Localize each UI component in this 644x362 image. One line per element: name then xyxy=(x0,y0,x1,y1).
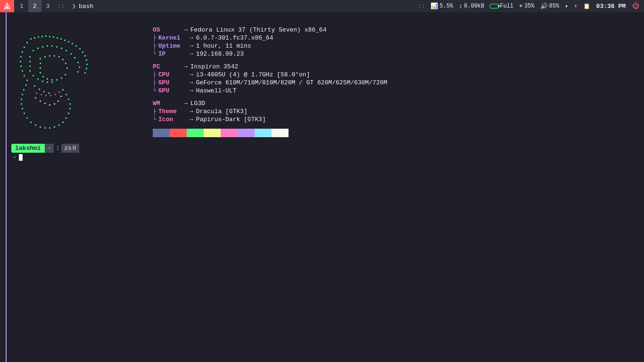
os-line: OS → Fedora Linux 37 (Thirty Seven) x86_… xyxy=(153,26,635,33)
wifi-widget: ▾ xyxy=(562,0,570,12)
wm-line: WM → LG3D xyxy=(153,100,635,107)
wm-value: LG3D xyxy=(190,100,205,107)
volume-widget: 🔊 85% xyxy=(538,0,562,12)
prompt-tilde: ~ xyxy=(45,144,54,153)
ip-value: 192.168.99.23 xyxy=(196,50,244,58)
net-widget: ↕ 0.00kB xyxy=(456,0,487,12)
ip-line: └ IP → 192.168.99.23 xyxy=(153,50,635,58)
volume-value: 85% xyxy=(549,3,560,9)
terminal-area: OS → Fedora Linux 37 (Thirty Seven) x86_… xyxy=(0,12,644,362)
gpu1-arrow: → xyxy=(190,79,193,86)
pc-label: PC xyxy=(153,63,181,70)
workspace-2[interactable]: 2 xyxy=(28,0,41,12)
uptime-label: Uptime xyxy=(158,42,187,49)
uptime-value: 1 hour, 11 mins xyxy=(196,42,251,49)
palette-swatch xyxy=(187,129,204,137)
arch-icon[interactable] xyxy=(0,0,14,12)
terminal-content: OS → Fedora Linux 37 (Thirty Seven) x86_… xyxy=(7,12,644,362)
terminal-title: ❯ bash xyxy=(67,0,98,12)
wifi-icon: ▾ xyxy=(565,3,568,10)
cursor xyxy=(19,154,23,161)
cpu-icon: 📊 xyxy=(430,2,438,10)
theme-arrow: → xyxy=(190,108,193,115)
battery-widget: Full xyxy=(487,0,516,12)
palette-swatch xyxy=(255,129,272,137)
theme-branch: ├ xyxy=(153,108,157,115)
workspace-1[interactable]: 1 xyxy=(15,0,28,12)
icon-line: └ Icon → Papirus-Dark [GTK3] xyxy=(153,116,635,123)
cpu-usage: 5.5% xyxy=(439,3,453,9)
brightness-icon: ☀ xyxy=(519,2,523,10)
gpu1-value: GeForce 610M/710M/810M/820M / GT 620M/62… xyxy=(196,79,388,86)
ip-arrow: → xyxy=(190,50,193,58)
wm-group: WM → LG3D ├ Theme → Dracula [GTK3] └ Ico… xyxy=(153,100,635,123)
cpu-widget: 📊 5.5% xyxy=(428,0,455,12)
kernel-label: Kernel xyxy=(158,34,187,41)
gpu1-line: ├ GPU → GeForce 610M/710M/810M/820M / GT… xyxy=(153,79,635,86)
gpu2-branch: └ xyxy=(153,87,157,94)
workspaces: 1 2 3 xyxy=(15,0,54,12)
gpu2-line: └ GPU → Haswell-ULT xyxy=(153,87,635,94)
net-icon: ↕ xyxy=(459,3,462,10)
gpu1-label: GPU xyxy=(158,79,187,86)
pc-value: Inspiron 3542 xyxy=(190,63,238,70)
pc-arrow: → xyxy=(184,63,188,70)
prompt-username: lakshmi xyxy=(11,144,45,153)
palette-swatch xyxy=(170,129,187,137)
theme-line: ├ Theme → Dracula [GTK3] xyxy=(153,108,635,115)
os-value: Fedora Linux 37 (Thirty Seven) x86_64 xyxy=(190,26,327,33)
os-arrow: → xyxy=(184,26,188,33)
kernel-value: 6.0.7-301.fc37.x86_64 xyxy=(196,34,273,41)
kernel-arrow: → xyxy=(190,34,193,41)
brightness-value: 35% xyxy=(524,3,535,9)
palette-swatch xyxy=(221,129,238,137)
cpu-label: CPU xyxy=(158,71,187,78)
palette-swatch xyxy=(153,129,170,137)
ip-label: IP xyxy=(158,50,187,58)
os-group: OS → Fedora Linux 37 (Thirty Seven) x86_… xyxy=(153,26,635,58)
bluetooth-icon: ⚡ xyxy=(574,3,577,10)
palette-swatch xyxy=(272,129,289,137)
power-button[interactable]: ⏻ xyxy=(629,2,642,10)
gpu2-label: GPU xyxy=(158,87,187,94)
gpu2-value: Haswell-ULT xyxy=(196,87,237,94)
cpu-line: ├ CPU → i3-4005U (4) @ 1.7GHz [58.0°on] xyxy=(153,71,635,78)
prompt-char: ❯ xyxy=(72,2,76,10)
kernel-line: ├ Kernel → 6.0.7-301.fc37.x86_64 xyxy=(153,34,635,41)
color-palette xyxy=(153,129,635,137)
prompt-arrow: → xyxy=(12,154,16,161)
prompt-separator: : xyxy=(54,144,61,153)
cpu-branch: ├ xyxy=(153,71,157,78)
workspace-3[interactable]: 3 xyxy=(41,0,55,12)
battery-status: Full xyxy=(500,3,513,9)
clock: 03:36 PM xyxy=(594,3,628,10)
icon-arrow: → xyxy=(190,116,193,123)
pc-line: PC → Inspiron 3542 xyxy=(153,63,635,70)
taskbar-right: :: 📊 5.5% ↕ 0.00kB Full ☀ 35% 🔊 85% ▾ ⚡ … xyxy=(414,0,644,12)
uptime-branch: ├ xyxy=(153,42,157,49)
sysinfo: OS → Fedora Linux 37 (Thirty Seven) x86_… xyxy=(153,26,635,137)
cpu-value: i3-4005U (4) @ 1.7GHz [58.0°on] xyxy=(196,71,310,78)
left-border xyxy=(0,12,7,362)
icon-value: Papirus-Dark [GTK3] xyxy=(196,116,266,123)
zsh-h: H xyxy=(73,144,79,153)
icon-label: Icon xyxy=(158,116,187,123)
battery-icon xyxy=(490,4,498,8)
left-dots: :: xyxy=(54,0,67,12)
shell-name: bash xyxy=(79,3,93,10)
os-label: OS xyxy=(153,26,181,33)
uptime-arrow: → xyxy=(190,42,193,49)
cpu-arrow: → xyxy=(190,71,193,78)
net-usage: 0.00kB xyxy=(464,3,484,9)
prompt-area: lakshmi ~ : zsH → xyxy=(11,144,635,161)
uptime-line: ├ Uptime → 1 hour, 11 mins xyxy=(153,42,635,49)
prompt-line-2: → xyxy=(11,154,635,161)
palette-swatch xyxy=(204,129,221,137)
ip-branch: └ xyxy=(153,50,157,58)
theme-value: Dracula [GTK3] xyxy=(196,108,248,115)
theme-label: Theme xyxy=(158,108,187,115)
volume-icon: 🔊 xyxy=(540,2,548,10)
brightness-widget: ☀ 35% xyxy=(517,0,537,12)
gpu2-arrow: → xyxy=(190,87,193,94)
pc-group: PC → Inspiron 3542 ├ CPU → i3-4005U (4) … xyxy=(153,63,635,94)
